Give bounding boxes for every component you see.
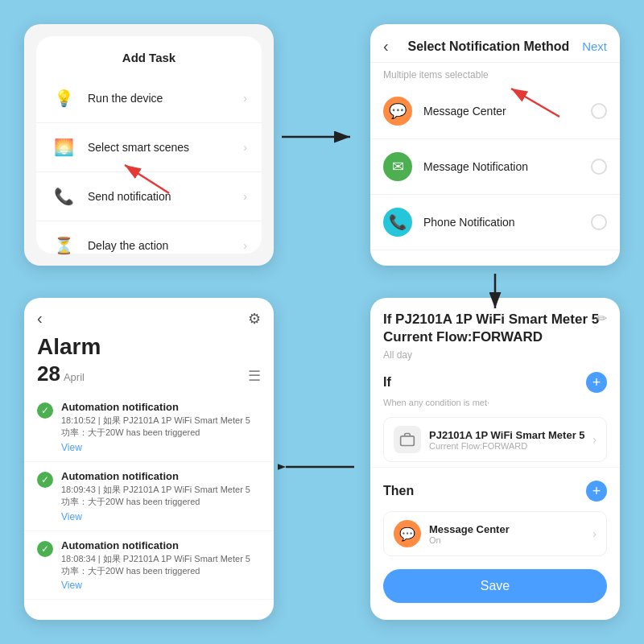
task-smart-scenes-label: Select smart scenes: [88, 141, 243, 154]
phone-notification-item[interactable]: 📞 Phone Notification: [370, 195, 620, 250]
alarm-item-1: ✓ Automation notification 18:10:52 | 如果 …: [24, 393, 274, 462]
alarm-view-1[interactable]: View: [61, 442, 261, 453]
alarm-heading-2: Automation notification: [61, 470, 261, 482]
message-notification-item[interactable]: ✉ Message Notification: [370, 139, 620, 195]
alarm-dot-1: ✓: [37, 402, 53, 419]
task-delay-action-label: Delay the action: [88, 239, 243, 252]
task-delay-action[interactable]: ⏳ Delay the action ›: [36, 221, 262, 270]
smart-scenes-icon: 🌅: [51, 134, 76, 160]
chevron-icon-1: ›: [243, 141, 247, 154]
alarm-back-button[interactable]: ‹: [37, 309, 43, 328]
alarm-dot-2: ✓: [37, 472, 53, 488]
notification-header: ‹ Select Notification Method Next: [370, 24, 620, 63]
alarm-text-2: 18:09:43 | 如果 PJ2101A 1P WiFi Smart Mete…: [61, 484, 261, 509]
chevron-icon-3: ›: [243, 239, 247, 252]
then-name: Message Center: [429, 523, 592, 535]
next-button[interactable]: Next: [582, 39, 607, 53]
task-send-notification[interactable]: 📞 Send notification ›: [36, 172, 262, 221]
add-task-panel: Add Task 💡 Run the device › 🌅 Select sma…: [24, 24, 274, 266]
alarm-item-2: ✓ Automation notification 18:09:43 | 如果 …: [24, 462, 274, 531]
condition-info: PJ2101A 1P WiFi Smart Meter 5 Current Fl…: [429, 429, 592, 451]
then-info: Message Center On: [429, 523, 592, 545]
rule-title: If PJ2101A 1P WiFi Smart Meter 5 Current…: [383, 311, 607, 346]
message-notification-icon: ✉: [383, 152, 412, 181]
notification-subtitle: Multiple items selectable: [370, 63, 620, 84]
alarm-dot-3: ✓: [37, 541, 53, 557]
alarm-text-1: 18:10:52 | 如果 PJ2101A 1P WiFi Smart Mete…: [61, 415, 261, 440]
send-notification-icon: 📞: [51, 184, 76, 209]
then-title: Then: [383, 484, 414, 498]
gear-icon[interactable]: ⚙: [248, 310, 261, 328]
condition-chevron: ›: [592, 433, 597, 446]
alarm-text-3: 18:08:34 | 如果 PJ2101A 1P WiFi Smart Mete…: [61, 553, 261, 578]
edit-button[interactable]: ✏: [597, 311, 607, 326]
alarm-date: 28: [37, 361, 60, 386]
alarm-heading-3: Automation notification: [61, 539, 261, 551]
alarm-heading-1: Automation notification: [61, 401, 261, 413]
arrow-tr-to-br: [483, 270, 507, 314]
message-center-item[interactable]: 💬 Message Center: [370, 84, 620, 139]
allday-label: All day: [383, 349, 607, 361]
then-chevron: ›: [592, 527, 597, 540]
then-card[interactable]: 💬 Message Center On ›: [383, 511, 607, 556]
alarm-item-3: ✓ Automation notification 18:08:34 | 如果 …: [24, 531, 274, 601]
svg-rect-0: [401, 436, 415, 446]
automation-detail-panel: If PJ2101A 1P WiFi Smart Meter 5 Current…: [370, 298, 620, 620]
run-device-icon: 💡: [51, 85, 76, 111]
back-button[interactable]: ‹: [383, 37, 389, 56]
condition-device-icon: [394, 426, 421, 453]
delay-action-icon: ⏳: [51, 233, 76, 258]
message-center-radio[interactable]: [591, 103, 607, 119]
if-title: If: [383, 375, 391, 390]
task-run-device[interactable]: 💡 Run the device ›: [36, 74, 262, 123]
condition-sub: Current Flow:FORWARD: [429, 441, 592, 451]
arrow-tl-to-tr: [278, 125, 358, 149]
phone-notification-radio[interactable]: [591, 214, 607, 230]
then-sub: On: [429, 535, 592, 545]
alarm-header: ‹ ⚙: [24, 298, 274, 334]
message-notification-label: Message Notification: [423, 160, 591, 173]
alarm-view-2[interactable]: View: [61, 511, 261, 522]
then-action-icon: 💬: [394, 520, 421, 547]
phone-notification-icon: 📞: [383, 208, 412, 237]
alarm-panel: ‹ ⚙ Alarm 28 April ☰ ✓ Automation notifi…: [24, 298, 274, 620]
add-condition-button[interactable]: +: [586, 372, 607, 393]
task-send-notification-label: Send notification: [88, 190, 243, 203]
message-notification-radio[interactable]: [591, 159, 607, 175]
task-smart-scenes[interactable]: 🌅 Select smart scenes ›: [36, 123, 262, 172]
save-button[interactable]: Save: [383, 569, 607, 603]
chevron-icon-0: ›: [243, 92, 247, 105]
notification-title: Select Notification Method: [395, 39, 582, 54]
message-center-icon: 💬: [383, 97, 412, 126]
message-center-label: Message Center: [423, 105, 591, 118]
alarm-view-3[interactable]: View: [61, 580, 261, 591]
condition-name: PJ2101A 1P WiFi Smart Meter 5: [429, 429, 592, 441]
condition-card[interactable]: PJ2101A 1P WiFi Smart Meter 5 Current Fl…: [383, 417, 607, 462]
condition-subtitle: When any condition is met·: [370, 398, 620, 412]
alarm-content-3: Automation notification 18:08:34 | 如果 PJ…: [61, 539, 261, 592]
chevron-icon-2: ›: [243, 190, 247, 203]
then-section-header: Then +: [370, 473, 620, 506]
phone-notification-label: Phone Notification: [423, 216, 591, 229]
add-action-button[interactable]: +: [586, 481, 607, 502]
arrow-br-to-bl: [278, 455, 358, 479]
alarm-content-2: Automation notification 18:09:43 | 如果 PJ…: [61, 470, 261, 522]
alarm-title: Alarm: [24, 334, 274, 360]
alarm-month: April: [64, 371, 85, 383]
alarm-content-1: Automation notification 18:10:52 | 如果 PJ…: [61, 401, 261, 453]
task-run-device-label: Run the device: [88, 92, 243, 105]
if-section-header: If +: [370, 364, 620, 398]
add-task-title: Add Task: [36, 44, 262, 74]
alarm-list: ✓ Automation notification 18:10:52 | 如果 …: [24, 393, 274, 600]
section-divider: [370, 467, 620, 468]
notification-method-panel: ‹ Select Notification Method Next Multip…: [370, 24, 620, 266]
